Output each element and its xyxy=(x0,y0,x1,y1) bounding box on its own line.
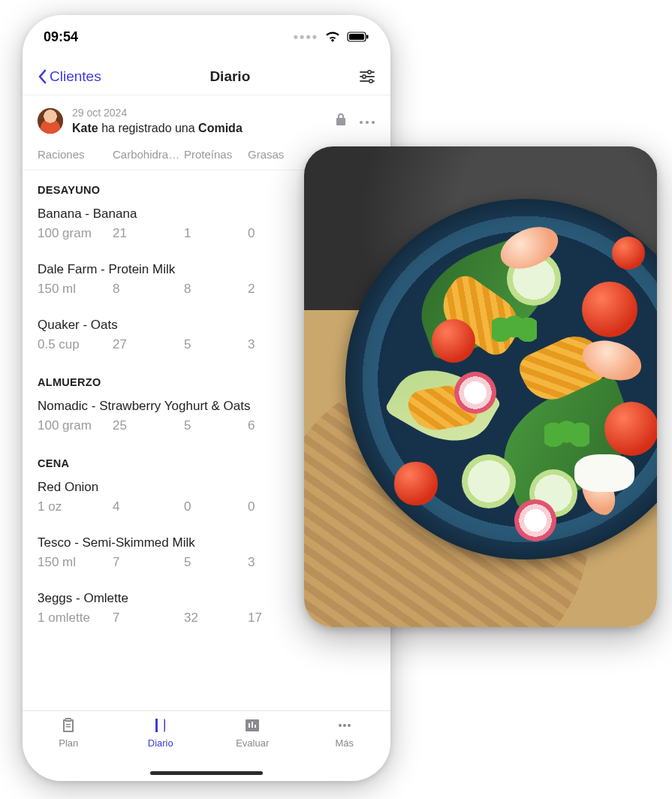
item-prot: 5 xyxy=(184,337,248,352)
entry-message: Kate ha registrado una Comida xyxy=(72,120,326,137)
item-gras: 3 xyxy=(248,337,300,352)
svg-rect-12 xyxy=(155,719,158,732)
tab-label: Plan xyxy=(59,737,78,749)
food-photo xyxy=(304,146,657,627)
item-prot: 1 xyxy=(184,226,248,241)
back-label: Clientes xyxy=(50,68,101,85)
tab-label: Evaluar xyxy=(236,737,269,749)
col-proteinas: Proteínas xyxy=(184,148,248,161)
tab-diario[interactable]: Diario xyxy=(115,716,207,749)
battery-icon xyxy=(347,32,369,42)
item-raciones: 1 omlette xyxy=(38,611,113,626)
svg-point-4 xyxy=(368,71,371,74)
status-time: 09:54 xyxy=(44,29,78,45)
item-raciones: 150 ml xyxy=(38,555,113,570)
svg-point-10 xyxy=(366,121,369,124)
more-button[interactable] xyxy=(359,114,375,128)
wifi-icon xyxy=(324,31,341,43)
entry-header: 29 oct 2024 Kate ha registrado una Comid… xyxy=(23,95,390,143)
entry-user: Kate xyxy=(72,122,98,134)
nav-bar: Clientes Diario xyxy=(23,59,390,95)
cellular-dots-icon: •••• xyxy=(294,29,318,45)
item-gras: 3 xyxy=(248,555,300,570)
svg-rect-1 xyxy=(349,34,364,40)
tab-label: Más xyxy=(335,737,354,749)
svg-point-9 xyxy=(360,121,363,124)
svg-point-8 xyxy=(369,80,372,83)
svg-point-13 xyxy=(339,724,342,727)
svg-point-15 xyxy=(348,724,351,727)
status-bar: 09:54 •••• xyxy=(23,15,390,59)
entry-date: 29 oct 2024 xyxy=(72,106,326,120)
home-indicator xyxy=(150,771,263,775)
entry-msg-type: Comida xyxy=(198,122,243,134)
more-horizontal-icon xyxy=(359,120,375,125)
item-prot: 32 xyxy=(184,611,248,626)
item-gras: 17 xyxy=(248,611,300,626)
tab-bar: Plan Diario Evaluar Más xyxy=(23,710,390,781)
col-raciones: Raciones xyxy=(38,148,113,161)
tab-evaluar[interactable]: Evaluar xyxy=(206,716,299,749)
bar-chart-icon xyxy=(243,716,261,734)
item-carb: 8 xyxy=(113,282,184,297)
tab-plan[interactable]: Plan xyxy=(23,716,115,749)
svg-rect-2 xyxy=(366,35,369,39)
item-raciones: 150 ml xyxy=(38,282,113,297)
col-carbohidratos: Carbohidra… xyxy=(113,148,184,161)
item-carb: 7 xyxy=(113,611,184,626)
item-carb: 7 xyxy=(113,555,184,570)
item-prot: 0 xyxy=(184,499,248,514)
item-raciones: 0.5 cup xyxy=(38,337,113,352)
avatar[interactable] xyxy=(38,108,63,134)
item-carb: 4 xyxy=(113,499,184,514)
item-prot: 8 xyxy=(184,282,248,297)
item-carb: 27 xyxy=(113,337,184,352)
chevron-left-icon xyxy=(38,69,48,84)
item-raciones: 100 gram xyxy=(38,226,113,241)
more-horizontal-icon xyxy=(336,716,354,734)
item-raciones: 1 oz xyxy=(38,499,113,514)
col-grasas: Grasas xyxy=(248,148,300,161)
lock-icon[interactable] xyxy=(335,113,347,129)
entry-msg-mid: ha registrado una xyxy=(98,122,198,134)
page-title: Diario xyxy=(209,68,250,85)
item-gras: 6 xyxy=(248,418,300,433)
svg-point-11 xyxy=(372,121,375,124)
item-gras: 2 xyxy=(248,282,300,297)
item-carb: 21 xyxy=(113,226,184,241)
item-prot: 5 xyxy=(184,418,248,433)
filter-button[interactable] xyxy=(359,70,375,83)
clipboard-icon xyxy=(59,716,77,734)
svg-point-14 xyxy=(343,724,346,727)
back-button[interactable]: Clientes xyxy=(38,68,101,85)
item-gras: 0 xyxy=(248,499,300,514)
tab-mas[interactable]: Más xyxy=(299,716,391,749)
item-raciones: 100 gram xyxy=(38,418,113,433)
sliders-icon xyxy=(359,70,375,83)
item-carb: 25 xyxy=(113,418,184,433)
svg-point-6 xyxy=(363,75,366,78)
item-prot: 5 xyxy=(184,555,248,570)
tab-label: Diario xyxy=(148,737,173,749)
book-icon xyxy=(152,716,170,734)
item-gras: 0 xyxy=(248,226,300,241)
